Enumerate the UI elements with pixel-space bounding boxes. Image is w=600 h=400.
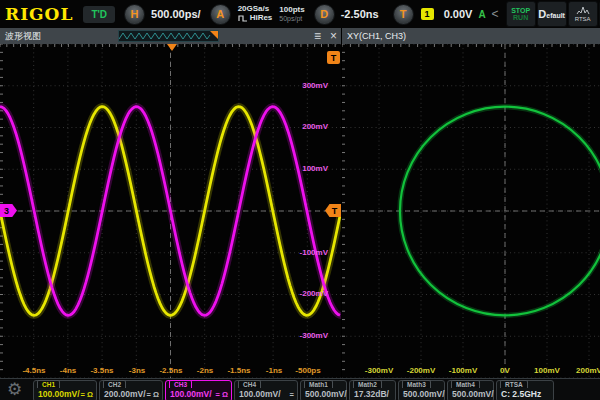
memory-info: 100pts 50ps/pt <box>279 6 304 22</box>
time-tick: -4ns <box>60 366 76 375</box>
waveform-view-title: 波形视图 <box>5 30 41 43</box>
xy-tick: -100mV <box>449 366 477 375</box>
volt-tick: -200mV <box>300 289 328 298</box>
time-tick: -500ps <box>295 366 320 375</box>
waveform-plot <box>0 44 341 378</box>
xy-tick: 200mV <box>576 366 600 375</box>
xy-plot-area[interactable]: -300mV -200mV -100mV 0V 100mV 200mV <box>342 44 600 378</box>
channel-box-ch4[interactable]: CH4 100.00mV/ = <box>234 380 298 400</box>
channel-box-rtsa[interactable]: RTSA C: 2.5GHz <box>496 380 554 400</box>
xy-view-title: XY(CH1, CH3) <box>347 31 406 41</box>
trigger-source-badge[interactable]: 1 <box>421 8 434 20</box>
volt-tick: -100mV <box>300 248 328 257</box>
spectrum-icon <box>576 6 590 15</box>
time-tick: -1.5ns <box>227 366 250 375</box>
channel-box-math2[interactable]: Math2 17.32dB/ <box>349 380 396 400</box>
time-tick: -1ns <box>266 366 282 375</box>
rtsa-button[interactable]: RTSA <box>568 1 598 27</box>
timebase-overview[interactable] <box>118 30 219 42</box>
xy-tick: -200mV <box>407 366 435 375</box>
volt-tick: 200mV <box>302 122 328 131</box>
waveform-plot-area[interactable]: T T 3 -4.5ns -4ns -3.5ns -3ns -2.5ns -2n… <box>0 44 341 378</box>
memory-depth: 100pts <box>279 6 304 15</box>
acquire-knob-button[interactable]: A <box>210 4 231 25</box>
overview-window-marker[interactable] <box>210 31 218 39</box>
rigol-logo: RIGOL <box>5 4 73 24</box>
waveform-view-header: 波形视图 ≡ × <box>0 28 341 44</box>
trigger-time-flag[interactable]: T <box>327 51 340 64</box>
channel-box-math1[interactable]: Math1 500.00mV/ <box>300 380 347 400</box>
volt-tick: -300mV <box>300 331 328 340</box>
channel-box-ch3[interactable]: CH3 100.00mV/ = Ω <box>165 380 232 400</box>
gear-icon[interactable]: ⚙ <box>7 379 22 400</box>
time-resolution: 50ps/pt <box>279 15 304 23</box>
collapse-chevron-icon[interactable]: < <box>492 7 499 21</box>
trigger-position-icon[interactable] <box>167 44 177 51</box>
trigger-sweep-mode: A <box>478 9 485 20</box>
channel-box-math4[interactable]: Math4 500.00mV/ <box>447 380 494 400</box>
time-tick: -3ns <box>129 366 145 375</box>
quick-buttons: STOP RUN Default RTSA 测量 <box>505 1 600 27</box>
time-tick: -2ns <box>197 366 213 375</box>
time-tick: -3.5ns <box>90 366 113 375</box>
time-tick: -2.5ns <box>159 366 182 375</box>
horizontal-scale-value[interactable]: 500.00ps/ <box>151 8 201 20</box>
channel-status-bar: ⚙ CH1 100.00mV/ = Ω CH2 200.00mV/ = Ω CH… <box>0 378 600 400</box>
delay-value[interactable]: -2.50ns <box>341 8 379 20</box>
acquire-mode: HiRes <box>250 14 273 23</box>
xy-view-header: XY(CH1, CH3) <box>342 28 600 44</box>
horizontal-knob-button[interactable]: H <box>124 4 145 25</box>
xy-tick: -300mV <box>365 366 393 375</box>
trigger-status-badge: T'D <box>83 6 115 23</box>
stop-run-button[interactable]: STOP RUN <box>506 1 536 27</box>
volt-tick: 100mV <box>302 164 328 173</box>
display-area: 波形视图 ≡ × XY(CH1, CH3) T T 3 -4.5ns -4 <box>0 28 600 378</box>
top-status-bar: RIGOL T'D H 500.00ps/ A 20GSa/s HiRes 10… <box>0 0 600 28</box>
menu-icon[interactable]: ≡ <box>314 30 321 42</box>
channel-box-math3[interactable]: Math3 500.00mV/ <box>398 380 445 400</box>
default-button[interactable]: Default <box>537 1 567 27</box>
volt-tick: 300mV <box>302 81 328 90</box>
hires-icon <box>238 14 248 22</box>
time-tick: -4.5ns <box>22 366 45 375</box>
close-icon[interactable]: × <box>330 30 337 42</box>
channel-box-ch2[interactable]: CH2 200.00mV/ = Ω <box>99 380 163 400</box>
xy-plot <box>342 44 600 378</box>
delay-knob-button[interactable]: D <box>314 4 335 25</box>
acquire-info[interactable]: 20GSa/s HiRes <box>238 5 273 23</box>
trigger-knob-button[interactable]: T <box>393 4 414 25</box>
channel-box-ch1[interactable]: CH1 100.00mV/ = Ω <box>33 380 97 400</box>
oscilloscope-screen: RIGOL T'D H 500.00ps/ A 20GSa/s HiRes 10… <box>0 0 600 400</box>
trigger-level-value[interactable]: 0.00V <box>444 8 473 20</box>
xy-tick: 0V <box>500 366 510 375</box>
xy-tick: 100mV <box>534 366 560 375</box>
